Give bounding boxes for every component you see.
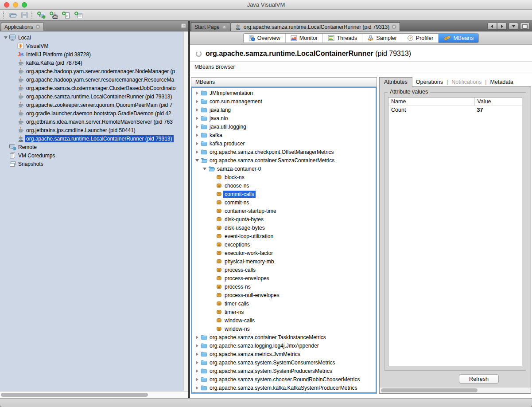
tab-applications[interactable]: Applications: [1, 22, 44, 31]
add-jmx-connection-button[interactable]: JMX: [48, 11, 60, 20]
mbean-tree-item[interactable]: executor-work-factor: [192, 249, 376, 257]
minimize-window-button[interactable]: [13, 2, 18, 8]
mbean-tree-item[interactable]: disk-quota-bytes: [192, 215, 376, 223]
mbean-tree-item[interactable]: org.apache.samza.system.SystemConsumersM…: [192, 358, 376, 367]
mbean-tree-item[interactable]: java.nio: [192, 114, 376, 122]
application-tree-item[interactable]: org.apache.zookeeper.server.quorum.Quoru…: [0, 101, 183, 109]
document-tab[interactable]: Start Page: [191, 22, 230, 31]
mbean-tree-item[interactable]: event-loop-utilization: [192, 232, 376, 240]
view-tab-threads[interactable]: Threads: [323, 34, 362, 43]
mbean-tree-item[interactable]: org.apache.samza.system.chooser.RoundRob…: [192, 375, 376, 384]
expand-arrow-icon[interactable]: [194, 344, 200, 348]
application-tree-item[interactable]: JMXorg.apache.samza.runtime.LocalContain…: [0, 134, 183, 143]
refresh-button[interactable]: Refresh: [459, 374, 499, 384]
application-tree-item[interactable]: Local: [0, 33, 183, 42]
application-tree-item[interactable]: VisualVM: [0, 42, 183, 50]
mbean-tree-item[interactable]: physical-memory-mb: [192, 257, 376, 266]
attribute-row[interactable]: Count37: [388, 106, 522, 114]
expand-arrow-icon[interactable]: [194, 352, 200, 356]
mbean-tree-item[interactable]: org.apache.samza.metrics.JvmMetrics: [192, 350, 376, 358]
add-remote-host-button[interactable]: [35, 11, 48, 20]
expand-arrow-icon[interactable]: [194, 386, 200, 390]
document-tab[interactable]: JMXorg.apache.samza.runtime.LocalContain…: [231, 22, 400, 31]
attribute-value[interactable]: 37: [474, 106, 522, 114]
mbean-tree-item[interactable]: org.apache.samza.checkpoint.OffsetManage…: [192, 148, 376, 156]
application-tree-item[interactable]: org.gradle.launcher.daemon.bootstrap.Gra…: [0, 109, 183, 117]
mbean-tree-item[interactable]: process-ns: [192, 282, 376, 291]
expand-arrow-icon[interactable]: [194, 142, 200, 145]
view-tab-sampler[interactable]: Sampler: [362, 34, 402, 43]
mbean-tree-item[interactable]: java.util.logging: [192, 122, 376, 131]
applications-vertical-scrollbar[interactable]: [183, 31, 188, 391]
mbean-tree-item[interactable]: process-calls: [192, 266, 376, 274]
application-tree-item[interactable]: VM Coredumps: [0, 151, 183, 160]
add-vm-coredump-button[interactable]: 01: [60, 11, 73, 20]
mbean-tree-item[interactable]: choose-ns: [192, 181, 376, 190]
view-tab-mbeans[interactable]: MBeans: [439, 34, 478, 43]
mbean-tree-item[interactable]: java.lang: [192, 106, 376, 114]
mbean-tree-item[interactable]: com.sun.management: [192, 97, 376, 106]
details-horizontal-scrollbar[interactable]: [380, 387, 531, 393]
mbean-tree-item[interactable]: container-startup-time: [192, 207, 376, 215]
close-tab-icon[interactable]: [222, 24, 227, 29]
mbean-tree-item[interactable]: timer-calls: [192, 299, 376, 308]
view-tab-overview[interactable]: iOverview: [244, 34, 286, 43]
mbean-tree-item[interactable]: process-envelopes: [192, 274, 376, 282]
scrollbar-thumb[interactable]: [381, 388, 478, 392]
mbean-tree-item[interactable]: block-ns: [192, 173, 376, 181]
applications-horizontal-scrollbar[interactable]: [0, 391, 188, 398]
scroll-tabs-right-button[interactable]: [497, 23, 507, 30]
expand-arrow-icon[interactable]: [194, 117, 200, 120]
view-tab-monitor[interactable]: Monitor: [286, 34, 323, 43]
view-tab-profiler[interactable]: Profiler: [402, 34, 439, 43]
detail-tab-operations[interactable]: Operations: [412, 78, 447, 87]
close-window-button[interactable]: [4, 2, 9, 8]
mbean-tree-item[interactable]: window-calls: [192, 316, 376, 325]
mbean-tree-item[interactable]: commit-ns: [192, 198, 376, 207]
mbean-tree-item[interactable]: kafka.producer: [192, 139, 376, 148]
mbean-tree-item[interactable]: disk-usage-bytes: [192, 223, 376, 232]
scroll-tabs-left-button[interactable]: [487, 23, 497, 30]
expand-arrow-icon[interactable]: [194, 108, 200, 112]
expand-arrow-icon[interactable]: [194, 133, 200, 137]
expand-arrow-icon[interactable]: [194, 378, 200, 381]
collapse-arrow-icon[interactable]: [202, 168, 207, 170]
application-tree-item[interactable]: org.apache.samza.clustermanager.ClusterB…: [0, 84, 183, 92]
mbean-tree-item[interactable]: org.apache.samza.logging.log4j.JmxAppend…: [192, 341, 376, 350]
application-tree-item[interactable]: org.apache.samza.runtime.LocalContainerR…: [0, 92, 183, 101]
mbean-tree-item[interactable]: org.apache.samza.system.kafka.KafkaSyste…: [192, 384, 376, 392]
mbean-tree-item[interactable]: JMImplementation: [192, 89, 376, 97]
load-snapshot-button[interactable]: [7, 11, 19, 19]
expand-arrow-icon[interactable]: [194, 125, 200, 129]
tab-list-dropdown-button[interactable]: [509, 23, 518, 30]
mbean-tree-item[interactable]: window-ns: [192, 325, 376, 333]
expand-arrow-icon[interactable]: [194, 150, 200, 154]
expand-arrow-icon[interactable]: [194, 100, 200, 103]
mbean-tree-item[interactable]: org.apache.samza.container.SamzaContaine…: [192, 156, 376, 164]
mbean-tree-item[interactable]: kafka: [192, 131, 376, 139]
application-tree-item[interactable]: org.apache.hadoop.yarn.server.resourcema…: [0, 75, 183, 84]
mbean-tree-item[interactable]: org.apache.samza.container.TaskInstanceM…: [192, 333, 376, 341]
collapse-arrow-icon[interactable]: [194, 159, 200, 162]
mbean-tree-item[interactable]: samza-container-0: [192, 164, 376, 173]
application-tree-item[interactable]: Remote: [0, 143, 183, 151]
mbean-tree-item[interactable]: commit-calls: [192, 190, 376, 198]
collapse-arrow-icon[interactable]: [3, 36, 8, 39]
mbean-tree-item[interactable]: timer-ns: [192, 308, 376, 316]
expand-arrow-icon[interactable]: [194, 91, 200, 95]
application-tree-item[interactable]: JBIntelliJ Platform (pid 38728): [0, 50, 183, 59]
zoom-window-button[interactable]: [22, 2, 27, 8]
mbean-tree-item[interactable]: process-null-envelopes: [192, 291, 376, 299]
application-tree-item[interactable]: org.apache.hadoop.yarn.server.nodemanage…: [0, 67, 183, 75]
application-tree-item[interactable]: org.jetbrains.idea.maven.server.RemoteMa…: [0, 117, 183, 126]
mbean-tree-item[interactable]: org.apache.samza.system.SystemProducersM…: [192, 367, 376, 375]
column-header-name[interactable]: Name: [388, 98, 474, 106]
close-applications-tab-icon[interactable]: [35, 24, 40, 29]
application-tree-item[interactable]: Snapshots: [0, 160, 183, 168]
column-header-value[interactable]: Value: [474, 98, 522, 106]
scrollbar-thumb[interactable]: [1, 393, 148, 397]
detail-tab-metadata[interactable]: Metadata: [487, 78, 517, 87]
maximize-view-button[interactable]: [520, 23, 530, 30]
expand-arrow-icon[interactable]: [194, 369, 200, 373]
detail-tab-attributes[interactable]: Attributes: [379, 77, 412, 87]
